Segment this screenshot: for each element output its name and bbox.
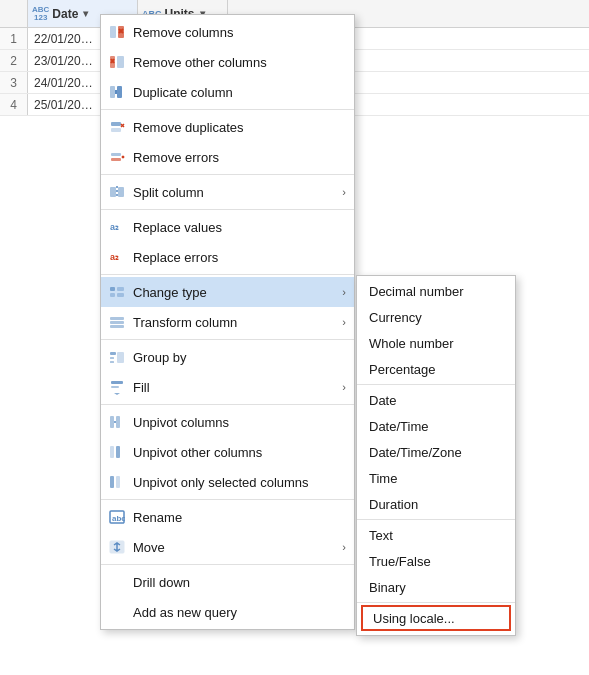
- group-by-icon: [107, 347, 127, 367]
- rename-label: Rename: [133, 510, 346, 525]
- row-num-3: 3: [0, 72, 28, 93]
- svg-rect-30: [110, 352, 116, 355]
- duplicate-column-icon: [107, 82, 127, 102]
- menu-item-rename[interactable]: abc Rename: [101, 502, 354, 532]
- submenu-date-time[interactable]: Date/Time: [357, 413, 515, 439]
- sep-8: [101, 564, 354, 565]
- date-label: Date: [369, 393, 396, 408]
- svg-rect-34: [111, 381, 123, 384]
- svg-rect-41: [116, 476, 120, 488]
- menu-item-unpivot-only-selected[interactable]: Unpivot only selected columns: [101, 467, 354, 497]
- menu-item-group-by[interactable]: Group by: [101, 342, 354, 372]
- svg-text:a₂: a₂: [110, 252, 119, 262]
- svg-rect-28: [110, 321, 124, 324]
- change-type-submenu: Decimal number Currency Whole number Per…: [356, 275, 516, 636]
- remove-columns-icon: [107, 22, 127, 42]
- group-by-label: Group by: [133, 350, 346, 365]
- context-menu: Remove columns Remove other columns Dupl…: [100, 14, 355, 630]
- menu-item-remove-other-columns[interactable]: Remove other columns: [101, 47, 354, 77]
- menu-item-remove-duplicates[interactable]: Remove duplicates: [101, 112, 354, 142]
- menu-item-replace-values[interactable]: a₂ Replace values: [101, 212, 354, 242]
- svg-rect-27: [110, 317, 124, 320]
- svg-rect-37: [116, 416, 120, 428]
- remove-other-columns-icon: [107, 52, 127, 72]
- menu-item-split-column[interactable]: Split column ›: [101, 177, 354, 207]
- submenu-sep-1: [357, 384, 515, 385]
- submenu-sep-2: [357, 519, 515, 520]
- submenu-duration[interactable]: Duration: [357, 491, 515, 517]
- svg-text:abc: abc: [112, 514, 125, 523]
- add-as-new-query-label: Add as new query: [133, 605, 346, 620]
- remove-other-columns-label: Remove other columns: [133, 55, 346, 70]
- menu-item-add-as-new-query[interactable]: Add as new query: [101, 597, 354, 627]
- svg-text:a₂: a₂: [110, 222, 119, 232]
- remove-errors-icon: [107, 147, 127, 167]
- unpivot-only-selected-icon: [107, 472, 127, 492]
- submenu-date-time-zone[interactable]: Date/Time/Zone: [357, 439, 515, 465]
- date-time-label: Date/Time: [369, 419, 428, 434]
- svg-rect-38: [110, 446, 114, 458]
- submenu-true-false[interactable]: True/False: [357, 548, 515, 574]
- menu-item-unpivot-other-columns[interactable]: Unpivot other columns: [101, 437, 354, 467]
- svg-rect-9: [117, 86, 122, 98]
- menu-item-drill-down[interactable]: Drill down: [101, 567, 354, 597]
- drill-down-label: Drill down: [133, 575, 346, 590]
- menu-item-unpivot-columns[interactable]: Unpivot columns: [101, 407, 354, 437]
- true-false-label: True/False: [369, 554, 431, 569]
- decimal-number-label: Decimal number: [369, 284, 464, 299]
- date-col-label: Date: [52, 7, 78, 21]
- fill-label: Fill: [133, 380, 336, 395]
- menu-item-fill[interactable]: Fill ›: [101, 372, 354, 402]
- sep-1: [101, 109, 354, 110]
- menu-item-remove-errors[interactable]: Remove errors: [101, 142, 354, 172]
- menu-item-change-type[interactable]: Change type › Decimal number Currency Wh…: [101, 277, 354, 307]
- menu-item-transform-column[interactable]: Transform column ›: [101, 307, 354, 337]
- menu-item-remove-columns[interactable]: Remove columns: [101, 17, 354, 47]
- submenu-currency[interactable]: Currency: [357, 304, 515, 330]
- add-as-new-query-icon: [107, 602, 127, 622]
- svg-rect-26: [117, 293, 124, 297]
- move-arrow: ›: [342, 541, 346, 553]
- submenu-date[interactable]: Date: [357, 387, 515, 413]
- text-label: Text: [369, 528, 393, 543]
- split-column-icon: [107, 182, 127, 202]
- submenu-sep-3: [357, 602, 515, 603]
- svg-rect-40: [110, 476, 114, 488]
- binary-label: Binary: [369, 580, 406, 595]
- change-type-icon: [107, 282, 127, 302]
- move-label: Move: [133, 540, 336, 555]
- row-num-2: 2: [0, 50, 28, 71]
- svg-rect-25: [117, 287, 124, 291]
- submenu-binary[interactable]: Binary: [357, 574, 515, 600]
- unpivot-columns-label: Unpivot columns: [133, 415, 346, 430]
- sep-3: [101, 209, 354, 210]
- sep-7: [101, 499, 354, 500]
- submenu-percentage[interactable]: Percentage: [357, 356, 515, 382]
- split-column-label: Split column: [133, 185, 336, 200]
- row-num-header: [0, 0, 28, 27]
- sep-4: [101, 274, 354, 275]
- replace-errors-icon: a₂: [107, 247, 127, 267]
- unpivot-only-selected-label: Unpivot only selected columns: [133, 475, 346, 490]
- menu-item-replace-errors[interactable]: a₂ Replace errors: [101, 242, 354, 272]
- unpivot-columns-icon: [107, 412, 127, 432]
- menu-item-move[interactable]: Move ›: [101, 532, 354, 562]
- duration-label: Duration: [369, 497, 418, 512]
- change-type-label: Change type: [133, 285, 336, 300]
- submenu-decimal-number[interactable]: Decimal number: [357, 278, 515, 304]
- svg-rect-19: [118, 187, 124, 197]
- date-col-dropdown-arrow[interactable]: ▾: [83, 8, 88, 19]
- submenu-whole-number[interactable]: Whole number: [357, 330, 515, 356]
- date-time-zone-label: Date/Time/Zone: [369, 445, 462, 460]
- unpivot-other-columns-label: Unpivot other columns: [133, 445, 346, 460]
- submenu-using-locale[interactable]: Using locale...: [361, 605, 511, 631]
- submenu-time[interactable]: Time: [357, 465, 515, 491]
- submenu-text[interactable]: Text: [357, 522, 515, 548]
- percentage-label: Percentage: [369, 362, 436, 377]
- svg-rect-15: [111, 158, 121, 161]
- row-num-1: 1: [0, 28, 28, 49]
- replace-values-label: Replace values: [133, 220, 346, 235]
- spreadsheet: ABC 123 Date ▾ ABC Units ▾ 1 22/01/20… 2…: [0, 0, 589, 675]
- svg-rect-36: [110, 416, 114, 428]
- menu-item-duplicate-column[interactable]: Duplicate column: [101, 77, 354, 107]
